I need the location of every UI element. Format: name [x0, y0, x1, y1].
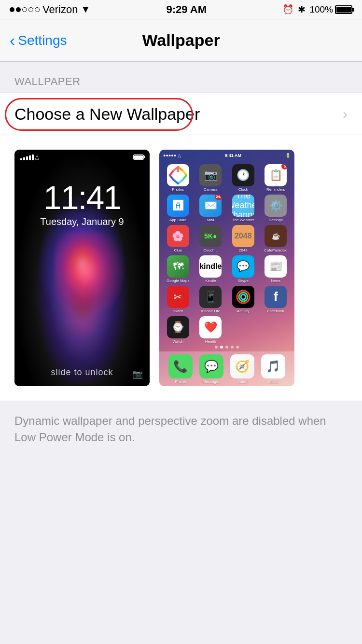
- app-weather-icon: The Weather Channel: [232, 195, 254, 217]
- app-health-label: Health: [205, 339, 216, 344]
- app-activity-icon: [232, 286, 254, 308]
- dock-messages-icon: 💬: [199, 354, 223, 378]
- app-appstore-icon: 🅰: [167, 195, 189, 217]
- lock-battery-fill: [134, 155, 143, 159]
- app-kindle[interactable]: kindle Kindle: [196, 255, 226, 283]
- app-clue[interactable]: 🌸 Clue: [163, 225, 193, 252]
- page-title: Wallpaper: [142, 31, 220, 50]
- signal-dot-2: [16, 7, 21, 12]
- app-health-icon: ❤️: [199, 316, 222, 338]
- sig-bar-1: [20, 158, 22, 160]
- lock-battery: [133, 154, 144, 160]
- dock-phone-label: Phone: [175, 379, 186, 384]
- app-2048[interactable]: 2048 2048: [228, 225, 258, 252]
- app-camera-icon: 📷: [199, 164, 222, 186]
- app-camera-label: Camera: [204, 187, 217, 192]
- lock-time: 11:41: [14, 179, 150, 216]
- page-dot-2: [220, 346, 223, 349]
- sig-bar-4: [29, 155, 31, 160]
- dock-music-label: Music: [268, 379, 278, 384]
- lock-screen-preview[interactable]: △ 11:41 Tuesday, January 9 slide to unlo…: [14, 150, 150, 386]
- app-iphonelife-label: iPhone Life: [201, 309, 220, 313]
- app-2048-label: 2048: [239, 248, 248, 252]
- dock-safari-label: Safari: [237, 379, 248, 384]
- app-skype-label: Skype: [238, 279, 249, 283]
- app-googlemaps-icon: 🗺: [167, 255, 189, 278]
- app-iphonelife[interactable]: 📱 iPhone Life: [196, 286, 226, 313]
- app-news-icon: 📰: [265, 255, 287, 278]
- app-mail-label: Mail: [207, 218, 214, 222]
- bluetooth-icon: ✱: [298, 4, 306, 15]
- lock-wifi-icon: △: [35, 154, 39, 160]
- app-camera[interactable]: 📷 Camera: [196, 164, 226, 192]
- dock-messages[interactable]: 💬 Messages: [199, 354, 223, 384]
- chevron-right-icon: ›: [343, 106, 348, 122]
- app-skitch[interactable]: ✂ Skitch: [163, 286, 193, 313]
- mail-badge: 241: [215, 195, 222, 200]
- dock-safari-icon: 🧭: [230, 354, 254, 378]
- app-clock-label: Clock: [238, 187, 248, 192]
- app-facebook-icon: f: [265, 286, 287, 308]
- app-watch[interactable]: ⌚ Watch: [163, 316, 193, 344]
- reminders-badge: 3: [281, 164, 287, 169]
- app-health[interactable]: ❤️ Health: [196, 316, 226, 344]
- app-weather[interactable]: The Weather Channel The Weather: [228, 195, 258, 222]
- app-googlemaps[interactable]: 🗺 Google Maps: [163, 255, 193, 283]
- app-reminders[interactable]: 3 📋 Reminders: [261, 164, 291, 192]
- back-label: Settings: [18, 33, 67, 48]
- dock-music-icon: 🎵: [261, 354, 285, 378]
- battery-icon: [335, 5, 352, 14]
- dock-safari[interactable]: 🧭 Safari: [230, 354, 254, 384]
- app-skype[interactable]: 💬 Skype: [228, 255, 258, 283]
- app-photos[interactable]: Photos: [163, 164, 193, 192]
- footer-note: Dynamic wallpaper and perspective zoom a…: [0, 401, 362, 457]
- status-bar: Verizon ▼ 9:29 AM ⏰ ✱ 100%: [0, 0, 362, 19]
- page-dot-4: [231, 346, 234, 349]
- signal-dot-5: [35, 7, 40, 12]
- app-clue-icon: 🌸: [167, 225, 189, 247]
- carrier-label: Verizon: [42, 3, 78, 16]
- wallpaper-previews: △ 11:41 Tuesday, January 9 slide to unlo…: [0, 135, 362, 401]
- app-appstore-label: App Store: [169, 218, 187, 222]
- back-button[interactable]: ‹ Settings: [10, 33, 67, 48]
- app-mail[interactable]: 241 ✉️ Mail: [196, 195, 226, 222]
- app-clock[interactable]: 🕐 Clock: [228, 164, 258, 192]
- app-facebook[interactable]: f Facebook: [261, 286, 291, 313]
- dock-phone[interactable]: 📞 Phone: [168, 354, 193, 384]
- page-dot-5: [236, 346, 239, 349]
- choose-wallpaper-row[interactable]: Choose a New Wallpaper ›: [0, 93, 362, 135]
- app-kindle-icon: kindle: [199, 255, 222, 278]
- app-news-label: News: [271, 279, 280, 283]
- app-cafeparadiso[interactable]: ☕ CafeParadiso: [261, 225, 291, 252]
- app-settings[interactable]: ⚙️ Settings: [261, 195, 291, 222]
- app-grid: Photos 📷 Camera 🕐 Clock 3 📋 Reminders: [159, 161, 294, 347]
- home-status-bar: ●●●●● △ 9:41 AM 🔋: [159, 150, 294, 161]
- app-news[interactable]: 📰 News: [261, 255, 291, 283]
- signal-dot-4: [28, 7, 33, 12]
- home-screen-preview[interactable]: ●●●●● △ 9:41 AM 🔋: [159, 150, 294, 386]
- hs-time: 9:41 AM: [225, 153, 241, 158]
- app-photos-label: Photos: [172, 187, 184, 192]
- app-couch[interactable]: 5K● Couch...: [196, 225, 226, 252]
- battery: 100%: [309, 4, 352, 15]
- app-appstore[interactable]: 🅰 App Store: [163, 195, 193, 222]
- app-activity[interactable]: Activity: [228, 286, 258, 313]
- lock-date: Tuesday, January 9: [14, 216, 150, 227]
- dock-music[interactable]: 🎵 Music: [261, 354, 285, 384]
- app-skitch-label: Skitch: [173, 309, 183, 313]
- lock-status-bar: △: [14, 154, 150, 160]
- signal-dot-3: [22, 7, 27, 12]
- alarm-icon: ⏰: [282, 4, 294, 15]
- page-dots: [159, 346, 294, 349]
- sig-bar-2: [23, 157, 25, 160]
- sig-bar-3: [26, 156, 28, 160]
- svg-point-4: [241, 294, 246, 299]
- app-iphonelife-icon: 📱: [199, 286, 222, 308]
- app-clue-label: Clue: [174, 248, 182, 252]
- app-settings-icon: ⚙️: [265, 195, 287, 217]
- back-chevron-icon: ‹: [10, 32, 15, 48]
- app-watch-label: Watch: [173, 339, 183, 344]
- wifi-icon: ▼: [81, 4, 90, 15]
- app-watch-icon: ⌚: [167, 316, 189, 338]
- battery-fill: [336, 7, 351, 13]
